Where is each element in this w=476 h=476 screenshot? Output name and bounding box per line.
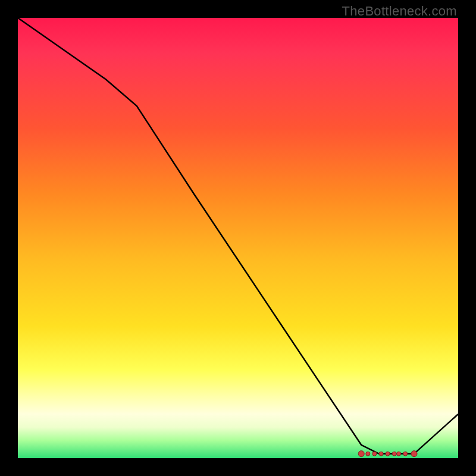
marker-dot bbox=[372, 452, 377, 456]
marker-dot bbox=[386, 452, 390, 456]
curve-markers bbox=[18, 18, 458, 458]
marker-dot bbox=[411, 451, 417, 457]
marker-dot bbox=[397, 452, 401, 456]
plot-area bbox=[18, 18, 458, 458]
watermark-text: TheBottleneck.com bbox=[342, 4, 457, 19]
marker-dot bbox=[392, 452, 396, 456]
chart-container: TheBottleneck.com bbox=[0, 0, 476, 476]
marker-dot bbox=[379, 452, 383, 456]
marker-dot bbox=[403, 452, 408, 456]
marker-dot bbox=[358, 451, 364, 457]
marker-dot bbox=[366, 452, 370, 456]
